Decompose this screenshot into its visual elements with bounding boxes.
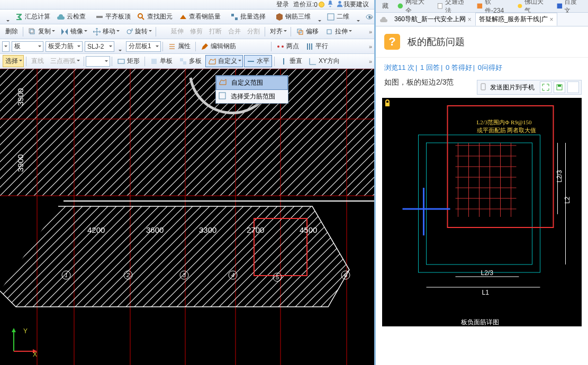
find-icon [137,13,146,21]
send-phone-button[interactable]: 发送图片到手机 [490,83,535,92]
svg-rect-51 [438,3,442,8]
tab-360[interactable]: 360导航_新一代安全上网× [391,13,475,26]
bookmarks-hide[interactable]: 藏 [379,1,392,12]
send-phone-icon [480,83,487,92]
dots-icon [276,42,285,51]
bell-icon[interactable] [327,0,334,9]
mirror-button[interactable]: 镜像 [58,25,89,38]
svg-rect-60 [385,103,390,106]
svg-rect-15 [118,59,124,63]
stat-ask[interactable]: 0问得好 [478,63,502,71]
offset-button[interactable]: 偏移 [293,25,321,38]
menu-select-range[interactable]: 选择受力筋范围 [216,90,288,103]
stat-views[interactable]: 浏览11 次 [384,63,414,71]
multi-icon [179,57,187,66]
coin-icon [319,2,324,7]
save-button[interactable] [554,81,565,93]
svg-rect-59 [558,85,561,87]
more-button[interactable] [567,81,579,93]
list-icon [168,42,176,51]
reference-image[interactable]: L2/3范围内Φ R9@150 或平面配筋 两者取大值 L2/3 L2 L2/3… [382,98,582,326]
close-icon[interactable]: × [468,16,472,23]
steel-3d-button[interactable]: 钢筋三维 [273,11,313,23]
price-coin: 造价豆:0 [293,0,324,9]
3d-icon [275,13,284,21]
batch-icon [230,13,239,21]
stretch-button[interactable]: 拉伸 [322,25,354,38]
cloud-sync-icon[interactable] [379,15,388,24]
svg-text:或平面配筋 两者取大值: 或平面配筋 两者取大值 [477,127,537,133]
layer-combo[interactable]: 分层板1 [126,41,161,52]
overflow[interactable]: » [367,56,374,67]
login-button[interactable]: 登录 [276,0,289,9]
question-icon: ? [384,34,400,50]
copy-button[interactable]: 复制 [25,25,57,38]
batch-select-button[interactable]: 批量选择 [228,11,268,23]
horiz-button[interactable]: 水平 [244,55,272,67]
steel-icon [179,13,187,21]
svg-text:L2: L2 [564,196,571,204]
find-element-button[interactable]: 查找图元 [134,11,175,23]
move-button[interactable]: 移动 [90,25,121,38]
stat-answers[interactable]: 1 回答 [420,63,440,71]
svg-rect-17 [180,58,183,61]
svg-rect-49 [219,93,225,99]
attr-button[interactable]: 属性 [165,40,193,52]
overflow[interactable]: » [367,26,374,38]
dropdown[interactable] [314,15,323,19]
cad-canvas[interactable]: 3900 3900 4200 3600 3300 2700 4500 12345… [0,69,374,365]
select-icon [218,92,227,100]
stat-good[interactable]: 0 答得好 [446,63,472,71]
force-combo[interactable]: 板受力筋 [46,41,83,52]
menu-custom-range[interactable]: 自定义范围 [216,76,288,90]
svg-rect-1 [96,16,103,18]
xy-button[interactable]: XY方向 [306,55,342,67]
svg-text:1: 1 [65,272,68,278]
close-icon[interactable]: × [550,16,554,23]
rotate-icon [125,28,133,36]
type1-combo[interactable] [2,41,10,52]
align-button[interactable]: 对齐 [267,25,288,38]
parallel-icon [305,42,314,51]
question-title: 板的配筋问题 [408,35,465,48]
delete-button[interactable]: 删除 [3,25,21,38]
cloud-check-button[interactable]: 云检查 [54,11,88,23]
browser-tabs: 360导航_新一代安全上网× 答疑解惑_服务新干线|广× [376,13,588,26]
fullscreen-button[interactable] [540,81,551,93]
rect-button[interactable]: 矩形 [114,55,142,67]
svg-text:6: 6 [344,272,348,278]
split-button: 分割 [245,25,263,38]
empty-combo[interactable] [86,56,110,67]
single-button[interactable]: 单板 [147,55,175,67]
overflow[interactable]: » [367,41,374,52]
extend-icon [161,28,169,36]
tab-answer[interactable]: 答疑解惑_服务新干线|广× [475,13,557,26]
dropdown[interactable] [115,45,123,48]
level-button[interactable]: 平齐板顶 [93,11,133,23]
select-button[interactable]: 选择 [3,55,24,67]
vert-button[interactable]: 垂直 [277,55,305,67]
parallel-button[interactable]: 平行 [303,40,331,52]
weather-icon [517,3,523,10]
svg-rect-4 [235,17,238,20]
cloud-icon [57,13,65,21]
svg-rect-57 [481,84,485,90]
multi-button[interactable]: 多板 [176,55,204,67]
suggest-button[interactable]: 我要建议 [336,0,369,9]
sum-calc-button[interactable]: 汇总计算 [12,11,53,23]
svg-rect-9 [29,29,33,33]
custom-button[interactable]: 自定义 [205,55,243,67]
two-point-button[interactable]: 两点 [274,40,302,52]
rotate-button[interactable]: 旋转 [122,25,153,38]
dropdown[interactable] [3,15,11,19]
dropdown[interactable] [353,15,361,19]
arc-button: 三点画弧 [48,55,82,67]
svg-text:2: 2 [126,272,130,278]
steel-qty-button[interactable]: 查看钢筋量 [176,11,223,23]
overflow[interactable]: » [367,11,374,23]
svg-rect-19 [0,69,374,196]
slab-combo[interactable]: 板 [12,41,43,52]
slj-combo[interactable]: SLJ-2 [85,41,114,52]
edit-steel-button[interactable]: 编辑钢筋 [198,40,239,52]
2d-button[interactable]: 二维 [324,11,352,23]
